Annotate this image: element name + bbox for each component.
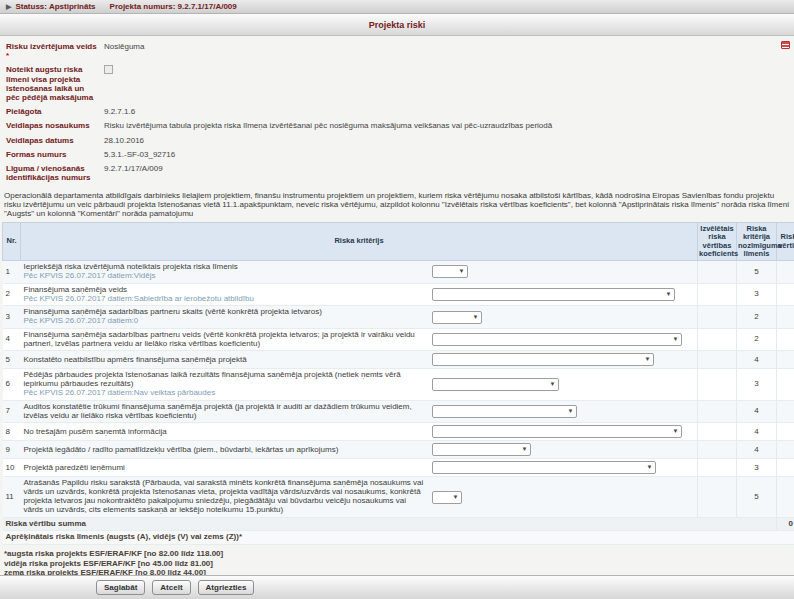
risk-value-cell [777, 306, 794, 329]
form-row: Veidlapas datums 28.10.2016 [6, 136, 788, 145]
selected-coefficient-cell [698, 261, 737, 284]
risk-value-cell [777, 400, 794, 423]
save-button[interactable]: Saglabāt [96, 580, 145, 595]
status-bar: ▶ Statuss: Apstiprināts Projekta numurs:… [0, 0, 794, 14]
chevron-down-icon: ▼ [673, 336, 679, 342]
form-number-value: 5.3.1.-SF-03_92716 [104, 150, 175, 159]
form-date-value: 28.10.2016 [104, 136, 144, 145]
risk-criterion-text: Atrašanās Papildu risku sarakstā (Pārbau… [24, 479, 432, 514]
field-label: Līguma / vienošanās identifikācijas numu… [6, 164, 104, 182]
significance-level-value: 3 [737, 369, 777, 400]
form-name-value: Risku izvērtējuma tabula projekta riska … [104, 121, 552, 130]
row-number: 11 [3, 477, 21, 517]
risk-coefficient-select[interactable]: ▼ [432, 443, 531, 456]
intro-paragraph: Operacionālā departamenta atbildīgais da… [2, 191, 792, 222]
risk-criterion-row: 4Finansējuma saņēmēja sadarbības partner… [3, 328, 794, 351]
high-risk-checkbox[interactable] [104, 65, 113, 74]
significance-level-value: 2 [737, 306, 777, 329]
form-row: Veidlapas nosaukums Risku izvērtējuma ta… [6, 121, 788, 130]
risk-criterion-row: 5Konstatēto neatbilstību apmērs finansēj… [3, 351, 794, 369]
risk-value-cell [777, 283, 794, 306]
risk-coefficient-select[interactable]: ▼ [432, 491, 462, 504]
chevron-down-icon: ▼ [473, 314, 479, 320]
row-number: 7 [3, 400, 21, 423]
calculated-level-label: Aprēķinātais riska līmenis (augsts (A), … [3, 531, 794, 545]
risk-criterion-row: 2Finansējuma saņēmēja veidsPēc KPVIS 26.… [3, 283, 794, 306]
legend-line: vidēja riska projekts ESF/ERAF/KF [no 45… [4, 559, 790, 569]
risk-criterion-text: Pēdējās pārbaudes projekta īstenošanas l… [24, 371, 432, 397]
col-header-significance: Riska kritērija nozīmīguma līmenis [737, 223, 777, 261]
footer-toolbar: Saglabāt Atcelt Atgriezties [0, 575, 794, 599]
chevron-down-icon: ▼ [568, 408, 574, 414]
selected-coefficient-cell [698, 351, 737, 369]
chevron-down-icon: ▼ [647, 464, 653, 470]
row-number: 4 [3, 328, 21, 351]
adapted-value: 9.2.7.1.6 [104, 107, 135, 116]
red-document-icon[interactable] [781, 41, 790, 49]
significance-level-value: 4 [737, 423, 777, 441]
risk-value-cell [777, 441, 794, 459]
status-text: Statuss: Apstiprināts [15, 2, 95, 11]
title-bar: Projekta riski [0, 14, 794, 36]
risk-coefficient-select[interactable]: ▼ [432, 405, 577, 418]
risk-coefficient-select[interactable]: ▼ [432, 288, 675, 301]
risk-criterion-text: Konstatēto neatbilstību apmērs finansēju… [24, 356, 432, 365]
risk-criterion-text: Projektā iegādāto / radīto pamatlīdzekļu… [24, 446, 432, 455]
field-label: Noteikt augstu riska līmeni visa projekt… [6, 65, 104, 102]
form-row: Risku izvērtējuma veids * Noslēguma [6, 42, 788, 60]
significance-level-value: 5 [737, 261, 777, 284]
expand-arrow-icon[interactable]: ▶ [6, 3, 11, 11]
kpvis-subtext: Pēc KPVIS 26.07.2017 datiem:0 [24, 317, 426, 326]
col-header-nr: Nr. [3, 223, 21, 261]
back-button[interactable]: Atgriezties [198, 580, 255, 595]
significance-level-value: 3 [737, 283, 777, 306]
risk-coefficient-select[interactable]: ▼ [432, 311, 482, 324]
significance-level-value: 5 [737, 477, 777, 517]
risk-sum-value: 0 [777, 517, 794, 531]
risk-criterion-row: 3Finansējuma saņēmēja sadarbības partner… [3, 306, 794, 329]
project-form: Risku izvērtējuma veids * Noslēguma Note… [2, 40, 792, 191]
risk-criterion-text: Projektā paredzēti ieņēmumi [24, 464, 432, 473]
significance-level-value: 2 [737, 328, 777, 351]
row-number: 1 [3, 261, 21, 284]
row-number: 5 [3, 351, 21, 369]
risk-coefficient-select[interactable]: ▼ [432, 265, 468, 278]
chevron-down-icon: ▼ [673, 428, 679, 434]
form-row: Pielāgota 9.2.7.1.6 [6, 107, 788, 116]
risk-criterion-text: Iepriekšējā riska izvērtējumā noteiktais… [24, 263, 432, 281]
calculated-level-row: Aprēķinātais riska līmenis (augsts (A), … [3, 531, 794, 545]
main-content: Risku izvērtējuma veids * Noslēguma Note… [0, 36, 794, 599]
risk-value-cell [777, 261, 794, 284]
risk-criterion-text: Auditos konstatētie trūkumi finansējuma … [24, 403, 432, 421]
risk-value-cell [777, 459, 794, 477]
row-number: 3 [3, 306, 21, 329]
kpvis-subtext: Pēc KPVIS 26.07.2017 datiem:Nav veiktas … [24, 389, 426, 398]
risk-coefficient-select[interactable]: ▼ [432, 333, 682, 346]
field-label: Risku izvērtējuma veids * [6, 42, 104, 60]
form-row: Līguma / vienošanās identifikācijas numu… [6, 164, 788, 182]
project-number-text: Projekta numurs: 9.2.7.1/17/A/009 [110, 2, 237, 11]
risk-coefficient-select[interactable]: ▼ [432, 425, 682, 438]
page-title: Projekta riski [369, 20, 426, 30]
significance-level-value: 4 [737, 351, 777, 369]
risk-criterion-row: 9Projektā iegādāto / radīto pamatlīdzekļ… [3, 441, 794, 459]
col-header-value: Riska vērtība [777, 223, 794, 261]
cancel-button[interactable]: Atcelt [152, 580, 190, 595]
risk-criterion-row: 10Projektā paredzēti ieņēmumi▼3 [3, 459, 794, 477]
row-number: 2 [3, 283, 21, 306]
risk-criterion-text: No trešajām pusēm saņemtā informācija [24, 428, 432, 437]
selected-coefficient-cell [698, 328, 737, 351]
risk-coefficient-select[interactable]: ▼ [432, 378, 559, 391]
chevron-down-icon: ▼ [453, 494, 459, 500]
field-label: Veidlapas datums [6, 136, 104, 145]
significance-level-value: 4 [737, 441, 777, 459]
selected-coefficient-cell [698, 459, 737, 477]
risk-criterion-text: Finansējuma saņēmēja sadarbības partneru… [24, 331, 432, 349]
risk-value-cell [777, 328, 794, 351]
chevron-down-icon: ▼ [550, 381, 556, 387]
risk-criteria-table: Nr. Riska kritērijs Izvēlētais riska vēr… [2, 222, 794, 545]
col-header-criterion: Riska kritērijs [21, 223, 698, 261]
risk-coefficient-select[interactable]: ▼ [432, 353, 654, 366]
risk-coefficient-select[interactable]: ▼ [432, 461, 656, 474]
selected-coefficient-cell [698, 423, 737, 441]
